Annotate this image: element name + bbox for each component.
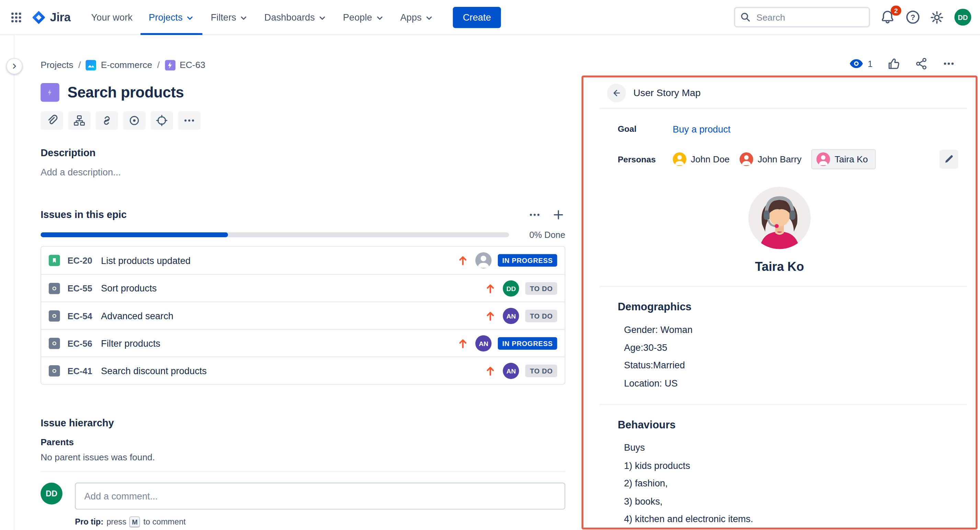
issue-row[interactable]: EC-41 Search discount products AN TO DO	[41, 357, 565, 384]
issue-page: 1	[0, 35, 980, 530]
issue-row[interactable]: EC-54 Advanced search AN TO DO	[41, 302, 565, 329]
persona-portrait	[748, 187, 811, 249]
panel-header-divider	[600, 108, 967, 109]
create-button[interactable]: Create	[453, 6, 501, 28]
nav-people[interactable]: People	[335, 0, 392, 35]
watch-button[interactable]: 1	[850, 59, 872, 69]
panel-header: User Story Map	[584, 78, 975, 108]
breadcrumb-projects[interactable]: Projects	[41, 60, 73, 70]
issue-summary[interactable]: Search discount products	[101, 365, 207, 376]
add-flag-button[interactable]	[123, 111, 145, 130]
issue-row[interactable]: EC-55 Sort products DD TO DO	[41, 274, 565, 302]
attach-button[interactable]	[41, 111, 63, 130]
comment-divider	[41, 471, 565, 472]
add-scope-button[interactable]	[150, 111, 173, 130]
nav-dashboards[interactable]: Dashboards	[256, 0, 335, 35]
epic-progress-label: 0% Done	[529, 230, 565, 240]
user-avatar[interactable]: DD	[954, 9, 971, 25]
epic-more-button[interactable]	[528, 208, 541, 222]
issue-key[interactable]: EC-56	[67, 338, 92, 348]
description-placeholder[interactable]: Add a description...	[41, 167, 565, 178]
behaviour-line: Buys items during sales, adds mutiple it…	[624, 528, 961, 530]
watch-count: 1	[868, 59, 872, 69]
app-switcher-icon[interactable]	[6, 7, 26, 27]
persona-avatar-icon	[816, 152, 830, 166]
more-quick-actions-button[interactable]	[178, 111, 200, 130]
status-badge[interactable]: IN PROGRESS	[498, 337, 557, 349]
search-input[interactable]	[734, 7, 870, 27]
add-issue-button[interactable]	[552, 208, 565, 222]
epic-progress-fill	[41, 232, 228, 238]
persona-chip-john-barry[interactable]: John Barry	[740, 152, 802, 166]
behaviour-line: 1) kids products	[624, 457, 961, 475]
selected-persona: Taira Ko	[584, 187, 975, 274]
comment-input[interactable]	[75, 482, 565, 509]
nav-label: Projects	[149, 12, 183, 23]
status-badge[interactable]: TO DO	[525, 282, 557, 294]
comment-editor: DD	[41, 482, 565, 509]
more-actions-button[interactable]	[943, 57, 955, 70]
epic-issue-list: EC-20 List products updated IN PROGRESS	[41, 246, 565, 385]
persona-chip-taira-ko[interactable]: Taira Ko	[811, 149, 876, 169]
add-child-issue-button[interactable]	[68, 111, 90, 130]
priority-high-icon	[457, 254, 469, 267]
nav-projects[interactable]: Projects	[141, 0, 203, 35]
status-badge[interactable]: TO DO	[525, 309, 557, 322]
priority-high-icon	[484, 309, 496, 322]
unassigned-avatar-icon[interactable]	[476, 252, 492, 268]
issue-row[interactable]: EC-20 List products updated IN PROGRESS	[41, 247, 565, 274]
parents-label: Parents	[41, 437, 565, 447]
edit-personas-button[interactable]	[939, 150, 958, 169]
epic-issues-heading: Issues in this epic	[41, 209, 127, 221]
epic-color-icon	[41, 83, 59, 102]
assignee-avatar[interactable]: AN	[503, 308, 519, 324]
link-issue-button[interactable]	[95, 111, 118, 130]
expand-sidebar-button[interactable]	[6, 58, 22, 74]
nav-right-cluster: 2 ? DD	[734, 7, 971, 27]
jira-logo[interactable]: Jira	[31, 10, 71, 25]
issue-type-icon	[49, 338, 60, 349]
search-icon	[740, 12, 751, 23]
share-button[interactable]	[915, 57, 928, 70]
ellipsis-icon	[183, 114, 196, 127]
persona-display-name: Taira Ko	[584, 260, 975, 274]
issue-key[interactable]: EC-20	[67, 255, 92, 265]
status-badge[interactable]: IN PROGRESS	[498, 254, 557, 267]
nav-apps[interactable]: Apps	[392, 0, 442, 35]
hierarchy-icon	[73, 114, 86, 127]
help-icon[interactable]: ?	[906, 11, 919, 24]
project-avatar-icon	[86, 60, 97, 70]
issue-key[interactable]: EC-54	[67, 311, 92, 321]
issue-header-actions: 1	[850, 57, 955, 70]
issue-key[interactable]: EC-41	[67, 366, 92, 376]
issue-summary[interactable]: Advanced search	[101, 310, 173, 321]
comment-user-avatar: DD	[41, 482, 62, 505]
assignee-avatar[interactable]: AN	[503, 362, 519, 379]
persona-chip-john-doe[interactable]: John Doe	[673, 152, 730, 166]
breadcrumb-issue[interactable]: EC-63	[165, 60, 205, 70]
nav-filters[interactable]: Filters	[203, 0, 256, 35]
story-icon	[49, 255, 60, 266]
issue-summary[interactable]: Filter products	[101, 338, 161, 348]
notifications-button[interactable]: 2	[881, 10, 896, 25]
assignee-avatar[interactable]: DD	[503, 280, 519, 296]
issue-row[interactable]: EC-56 Filter products AN IN PROGRESS	[41, 329, 565, 357]
issue-key[interactable]: EC-55	[67, 283, 92, 293]
page-title: Search products	[67, 84, 184, 101]
epic-icon	[165, 60, 175, 70]
crosshair-icon	[156, 114, 168, 127]
issue-summary[interactable]: Sort products	[101, 283, 157, 294]
pencil-icon	[944, 154, 954, 164]
breadcrumb-project-label: E-commerce	[101, 60, 152, 70]
issue-summary[interactable]: List products updated	[101, 255, 191, 266]
settings-gear-icon[interactable]	[930, 10, 943, 24]
like-button[interactable]	[888, 57, 900, 70]
breadcrumb-project[interactable]: E-commerce	[86, 60, 152, 70]
no-parents-text: No parent issues was found.	[41, 452, 565, 462]
back-button[interactable]	[607, 83, 626, 102]
status-badge[interactable]: TO DO	[525, 364, 557, 376]
assignee-avatar[interactable]: AN	[476, 335, 492, 351]
nav-your-work[interactable]: Your work	[83, 0, 141, 35]
link-icon	[100, 114, 113, 127]
goal-link[interactable]: Buy a product	[673, 124, 730, 134]
